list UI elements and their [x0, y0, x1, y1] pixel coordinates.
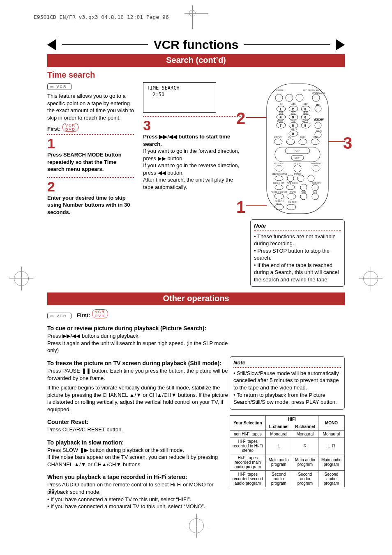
ops-p1b: Press it again and the unit will search …	[47, 340, 236, 354]
svg-point-30	[315, 122, 321, 129]
step-1-text: Press SEARCH MODE button repeatedly so t…	[47, 151, 134, 173]
registration-mark-right	[363, 271, 378, 286]
ops-p5c: • If you have connected a monaural TV to…	[47, 503, 345, 510]
title-rule-left	[62, 44, 148, 45]
vcr-dvd-icon-2: VCRDVD	[92, 309, 108, 318]
svg-text:MENU/LIST: MENU/LIST	[273, 182, 284, 184]
vcr-dvd-icon-1: VCRDVD	[62, 123, 78, 132]
table-row: Hi-Fi tapes recorded second audio progra…	[230, 470, 345, 487]
registration-mark-bottom	[189, 518, 204, 533]
first-label-1: First:	[47, 126, 61, 132]
svg-text:CH: CH	[316, 104, 320, 106]
osd-title: TIME SEARCH	[147, 85, 212, 91]
svg-point-4	[312, 94, 320, 101]
svg-text:8: 8	[292, 124, 294, 127]
step-1-number: 1	[47, 136, 134, 150]
note-box-1: Note • These functions are not available…	[250, 219, 345, 287]
hifi-h-mono: MONO	[318, 415, 344, 430]
title-row: VCR functions	[47, 38, 345, 52]
remote-callout-2: 2	[236, 110, 245, 127]
svg-text:.@/:: .@/:	[279, 103, 283, 105]
svg-text:VCR: VCR	[288, 136, 293, 138]
svg-point-65	[275, 176, 283, 181]
callout-line-3	[328, 141, 345, 142]
svg-point-82	[300, 193, 307, 200]
remote-diagram: POWER REC SPEED AUDIO OPEN/CLOSE 1 2 3 4…	[250, 82, 345, 218]
svg-point-45	[286, 139, 295, 145]
svg-point-88	[287, 204, 296, 210]
svg-point-58	[294, 165, 301, 172]
svg-text:REC MONITOR: REC MONITOR	[272, 173, 287, 175]
svg-point-73	[286, 185, 295, 190]
svg-point-67	[297, 175, 304, 182]
vcr-badge-icon: ▭ VCR	[47, 83, 71, 90]
note-dotted-2	[233, 367, 341, 368]
svg-text:MNO: MNO	[303, 112, 308, 114]
svg-point-80	[274, 193, 284, 199]
ops-p4b: If the noise bars appear on the TV scree…	[47, 454, 236, 468]
svg-point-28	[315, 106, 321, 112]
svg-text:9: 9	[304, 124, 306, 127]
ops-p5b: • If you have connected a stereo TV to t…	[47, 496, 345, 503]
svg-text:PAUSE: PAUSE	[312, 136, 319, 138]
svg-text:TUV: TUV	[291, 120, 296, 122]
note-head-1: Note	[254, 223, 266, 229]
note2-b1: • Still/Slow/Pause mode will be automati…	[233, 370, 341, 391]
svg-text:ZOOM: ZOOM	[290, 191, 296, 193]
step-3-head: Press ▶▶/◀◀ buttons to start time search…	[143, 133, 241, 147]
hifi-h-l: L-channel	[265, 423, 292, 430]
dotted-rule-2	[47, 177, 134, 178]
hifi-table: Your Selection HIFI MONO L-channel R-cha…	[230, 415, 345, 487]
svg-text:ABC: ABC	[291, 103, 296, 105]
svg-text:5: 5	[292, 116, 294, 119]
svg-text:DISPLAY: DISPLAY	[274, 136, 283, 138]
svg-point-83	[312, 193, 318, 200]
page-number: 96	[48, 488, 54, 494]
svg-point-75	[312, 184, 318, 191]
svg-text:WXYZ: WXYZ	[302, 120, 308, 122]
remote-callout-3: 3	[343, 135, 352, 151]
table-row: Hi-Fi tapes recorded in Hi-Fi stereo L R…	[230, 438, 345, 454]
note1-b3: • If the end of the tape is reached duri…	[254, 262, 341, 283]
table-row: Hi-Fi tapes recorded main audio program …	[230, 454, 345, 470]
svg-text:7: 7	[280, 124, 281, 127]
ops-p2a: Press PAUSE ❚❚ button. Each time you pre…	[47, 367, 236, 382]
remote-svg: POWER REC SPEED AUDIO OPEN/CLOSE 1 2 3 4…	[250, 82, 345, 218]
header-meta: E9501CD_EN/FR_v3.qx3 04.8.10 12:01 Page …	[34, 14, 169, 20]
svg-text:6: 6	[304, 116, 306, 119]
hifi-h-r: R-channel	[292, 423, 318, 430]
svg-text:SETUP: SETUP	[294, 162, 301, 165]
hifi-h-sel: Your Selection	[230, 415, 266, 430]
registration-mark-top	[189, 10, 196, 16]
ops-p5a: Press AUDIO button on the remote control…	[47, 481, 236, 495]
svg-text:3: 3	[304, 108, 306, 111]
svg-text:TIMER PROG.: TIMER PROG.	[309, 162, 323, 165]
svg-point-1	[275, 94, 283, 101]
section-band-other: Other operations	[47, 292, 345, 305]
svg-point-66	[287, 175, 294, 182]
note1-b2: • Press STOP button to stop the search.	[254, 247, 341, 262]
ops-p2b: If the picture begins to vibrate vertica…	[47, 384, 236, 413]
svg-point-74	[300, 184, 307, 191]
note-head-2: Note	[233, 359, 245, 366]
table-row: non Hi-Fi tapes Monaural Monaural Monaur…	[230, 430, 345, 438]
chev-left-icon	[47, 39, 56, 51]
step-3-body-2: If you want to go in the reverse directi…	[143, 162, 241, 176]
svg-point-47	[311, 139, 319, 145]
svg-point-72	[275, 185, 283, 190]
svg-text:JKL: JKL	[291, 112, 295, 114]
registration-mark-left	[14, 271, 29, 286]
svg-text:DEF: DEF	[304, 103, 308, 105]
svg-text:OPEN/CLOSE: OPEN/CLOSE	[312, 92, 325, 94]
svg-point-2	[286, 94, 293, 101]
svg-point-68	[308, 175, 314, 182]
note1-b1: • These functions are not available duri…	[254, 233, 341, 247]
note-box-2: Note • Still/Slow/Pause mode will be aut…	[230, 356, 345, 409]
svg-point-81	[287, 193, 296, 199]
step-2-number: 2	[47, 180, 134, 193]
dotted-rule-3	[143, 116, 241, 117]
svg-text:1: 1	[280, 108, 281, 111]
osd-value: 2:50	[152, 92, 212, 97]
svg-point-3	[296, 94, 303, 101]
step-2-text: Enter your desired time to skip using Nu…	[47, 194, 134, 216]
